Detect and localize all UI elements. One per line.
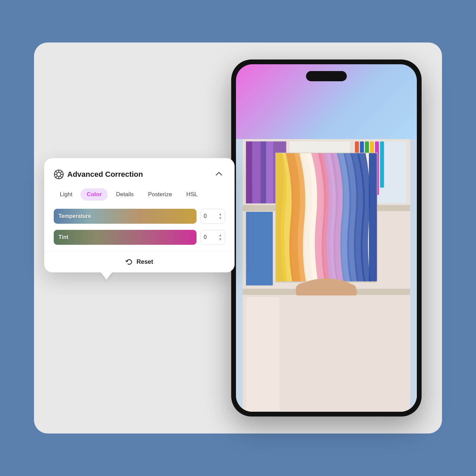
temperature-value: 0 <box>204 213 207 219</box>
tint-row: Tint 0 ▲ ▼ <box>54 230 225 245</box>
tab-posterize[interactable]: Posterize <box>142 188 178 201</box>
svg-rect-9 <box>267 141 273 203</box>
temperature-stepper[interactable]: ▲ ▼ <box>219 213 222 220</box>
temperature-value-box: 0 ▲ ▼ <box>201 209 225 224</box>
phone-mockup <box>231 60 422 417</box>
svg-rect-6 <box>246 141 252 203</box>
tint-down-arrow[interactable]: ▼ <box>219 238 222 241</box>
reset-icon <box>125 258 133 266</box>
tabs-container: Light Color Details Posterize HSL <box>54 188 225 201</box>
temperature-label: Temperature <box>58 213 91 219</box>
tint-up-arrow[interactable]: ▲ <box>219 234 222 237</box>
svg-line-35 <box>55 171 57 172</box>
svg-rect-16 <box>380 141 384 188</box>
panel-header: Advanced Correction <box>54 168 225 181</box>
svg-point-30 <box>57 172 61 176</box>
svg-line-38 <box>55 176 57 177</box>
panel-title-group: Advanced Correction <box>54 169 143 180</box>
svg-rect-8 <box>261 141 266 203</box>
reset-button[interactable]: Reset <box>44 251 235 272</box>
advanced-correction-panel: Advanced Correction Light Color Details … <box>44 158 235 272</box>
tab-light[interactable]: Light <box>54 188 79 201</box>
svg-point-28 <box>337 283 356 294</box>
tint-slider-track[interactable]: Tint <box>54 230 197 245</box>
tab-hsl[interactable]: HSL <box>180 188 204 201</box>
tint-value-box: 0 ▲ ▼ <box>201 230 225 245</box>
reset-label: Reset <box>136 258 153 266</box>
svg-line-37 <box>61 171 62 172</box>
temperature-row: Temperature 0 ▲ ▼ <box>54 209 225 224</box>
phone-notch <box>306 71 347 81</box>
panel-tooltip-pointer <box>100 272 113 280</box>
paint-artwork <box>275 153 377 295</box>
tab-details[interactable]: Details <box>110 188 140 201</box>
tint-value: 0 <box>204 234 207 240</box>
phone-screen <box>236 64 417 412</box>
advanced-correction-icon <box>54 169 64 180</box>
collapse-button[interactable] <box>213 168 225 181</box>
tint-slider-container: Tint 0 ▲ ▼ <box>54 230 225 245</box>
chevron-up-icon <box>214 169 224 178</box>
tint-stepper[interactable]: ▲ ▼ <box>219 234 222 241</box>
reset-button-wrapper: Reset <box>44 251 235 272</box>
svg-rect-19 <box>246 297 280 411</box>
temperature-down-arrow[interactable]: ▼ <box>219 217 222 220</box>
panel-title: Advanced Correction <box>67 170 143 179</box>
phone-image-area <box>236 139 417 412</box>
svg-line-36 <box>61 176 62 177</box>
svg-rect-5 <box>246 212 273 286</box>
temperature-slider-container: Temperature 0 ▲ ▼ <box>54 209 225 224</box>
tint-label: Tint <box>58 234 68 240</box>
temperature-up-arrow[interactable]: ▲ <box>219 213 222 216</box>
main-card: Advanced Correction Light Color Details … <box>34 42 442 434</box>
svg-rect-7 <box>253 141 260 203</box>
svg-rect-21 <box>369 153 377 282</box>
tab-color[interactable]: Color <box>81 188 108 201</box>
temperature-slider-track[interactable]: Temperature <box>54 209 197 224</box>
